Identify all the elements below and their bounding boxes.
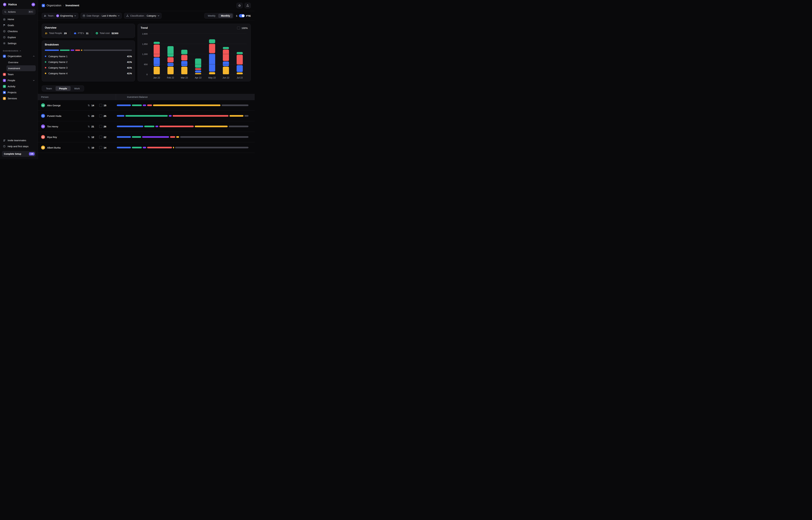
- users-icon: [44, 15, 47, 17]
- classification-filter[interactable]: Classification : Category: [124, 13, 162, 19]
- bar-segment: [83, 50, 132, 51]
- person-cell: AGAlex George1415: [38, 103, 116, 107]
- unit-toggle-group: $ FTE: [236, 14, 251, 17]
- sidebar-item-label: Invite teammates: [8, 139, 26, 142]
- dashboard-item-label: Activity: [8, 85, 16, 88]
- overview-stats: Total People29FTE's11$Total cost$2300: [45, 31, 132, 35]
- bar-segment: [245, 115, 249, 117]
- trend-100pct-label: 100%: [242, 27, 248, 29]
- sidebar-item-explore[interactable]: Explore: [0, 34, 38, 40]
- organization-icon: [42, 4, 45, 7]
- sidebar-item-help[interactable]: ?Help and first steps: [0, 143, 38, 149]
- sidebar-item-goals[interactable]: Goals: [0, 22, 38, 28]
- sidebar-dashboard-projects[interactable]: Projects: [0, 89, 38, 95]
- dashboard-item-label: Services: [8, 97, 17, 100]
- bars-layer: [150, 34, 247, 74]
- table-row[interactable]: THTim Henry2126: [38, 121, 255, 132]
- row-checkbox[interactable]: [99, 114, 102, 117]
- sidebar-item-settings[interactable]: Settings: [0, 40, 38, 46]
- sidebar-subitem-investment[interactable]: Investment: [6, 65, 36, 71]
- row-checkbox[interactable]: [99, 146, 102, 149]
- metric-value: 14: [104, 146, 106, 149]
- hatica-logo-icon: [3, 2, 7, 7]
- complete-setup-button[interactable]: Complete Setup 1/5: [2, 151, 36, 157]
- bar-segment-category-name-3: [167, 57, 174, 62]
- breadcrumb-current: Investment: [65, 4, 79, 7]
- person-name: Tim Henry: [47, 125, 87, 128]
- period-option-monthly[interactable]: Monthly: [218, 14, 233, 18]
- sidebar-item-home[interactable]: Home: [0, 16, 38, 22]
- person-cell: PHPuneet Huda2325: [38, 114, 116, 118]
- metric-value: 25: [104, 114, 106, 117]
- period-option-weekly[interactable]: Weekly: [205, 14, 218, 18]
- people-icon: [45, 32, 48, 35]
- sidebar-dashboard-team[interactable]: Team: [0, 71, 38, 77]
- bar-segment: [117, 136, 131, 138]
- tabs-row: TeamPeopleWork: [38, 81, 255, 92]
- complete-setup-label: Complete Setup: [4, 153, 21, 155]
- favorite-button[interactable]: [236, 3, 243, 8]
- row-checkbox[interactable]: [99, 125, 102, 128]
- stat-value: 11: [86, 32, 88, 35]
- team-filter[interactable]: Team : SD Engineering: [42, 13, 78, 19]
- sidebar-dashboard-people[interactable]: People: [0, 77, 38, 83]
- chevron-down-icon: [158, 15, 160, 17]
- y-axis-tick: 2,600: [142, 33, 148, 35]
- stat-label: Total cost: [100, 32, 110, 34]
- app-title: Hatica: [8, 3, 17, 6]
- briefcase-icon: [74, 32, 77, 35]
- sidebar-item-checkins[interactable]: Checkins: [0, 28, 38, 34]
- table-row[interactable]: AGAlex George1415: [38, 100, 255, 111]
- date-range-label: Date Range :: [87, 15, 101, 17]
- column-header-investment-balance: Investment Balance: [116, 94, 255, 100]
- trend-100pct-checkbox[interactable]: [237, 26, 240, 29]
- shortcut-badge: ⌘ K: [28, 10, 34, 13]
- sidebar-dashboard-services[interactable]: Services: [0, 95, 38, 101]
- gear-icon: [3, 42, 6, 45]
- row-checkbox[interactable]: [99, 135, 102, 138]
- investment-count-metric: 10: [87, 146, 99, 149]
- metric-value: 10: [91, 146, 94, 149]
- bar-segment: [143, 104, 146, 106]
- tab-work[interactable]: Work: [71, 86, 83, 91]
- x-axis-label: Apr 22: [194, 76, 203, 79]
- avatar: AB: [41, 146, 45, 150]
- tab-team[interactable]: Team: [43, 86, 56, 91]
- swap-icon: [87, 147, 90, 149]
- share-button[interactable]: [245, 3, 251, 8]
- bar-segment: [132, 147, 142, 148]
- share-icon: [246, 4, 249, 7]
- table-row[interactable]: ABAlbert Burka1014: [38, 142, 255, 153]
- period-segmented-control: WeeklyMonthly: [204, 13, 233, 19]
- setup-progress-badge: 1/5: [29, 152, 35, 156]
- actions-search[interactable]: Actions ⌘ K: [2, 9, 35, 15]
- sidebar-dashboard-activity[interactable]: Activity: [0, 83, 38, 89]
- legend-label: Category Name 3: [48, 66, 67, 69]
- row-checkbox[interactable]: [99, 104, 102, 107]
- trend-100pct-toggle[interactable]: 100%: [237, 26, 248, 29]
- fte-unit-label: FTE: [246, 15, 251, 17]
- swap-icon: [87, 115, 90, 117]
- date-range-filter[interactable]: Date Range : Last 3 Months: [81, 13, 122, 19]
- org-icon: [3, 55, 6, 58]
- sidebar-dashboard-organization[interactable]: Organization: [0, 53, 38, 59]
- dashboards-section-toggle[interactable]: DASHBOARDS: [0, 46, 38, 53]
- balance-cell: [116, 104, 255, 106]
- sidebar-footer: Invite teammates?Help and first steps: [0, 137, 38, 149]
- user-avatar[interactable]: SD: [31, 3, 35, 6]
- bar-segment: [142, 136, 169, 138]
- table-row[interactable]: PHPuneet Huda2325: [38, 111, 255, 121]
- tab-people[interactable]: People: [56, 86, 71, 91]
- sidebar-item-invite-teammates[interactable]: Invite teammates: [0, 137, 38, 143]
- balance-cell: [116, 126, 255, 127]
- balance-count-metric: 15: [99, 104, 112, 107]
- legend-value: 41%: [127, 55, 132, 58]
- trend-title: Trend: [141, 26, 148, 29]
- breadcrumb-root[interactable]: Organization: [47, 4, 61, 7]
- people-table: Person Investment Balance AGAlex George1…: [38, 94, 255, 153]
- sidebar-subitem-overview[interactable]: Overview: [6, 59, 36, 65]
- bar-segment: [132, 136, 141, 138]
- table-row[interactable]: RRRiya Roy1222: [38, 132, 255, 142]
- bar-segment-category-name-1: [167, 63, 174, 66]
- unit-toggle-switch[interactable]: [239, 14, 245, 17]
